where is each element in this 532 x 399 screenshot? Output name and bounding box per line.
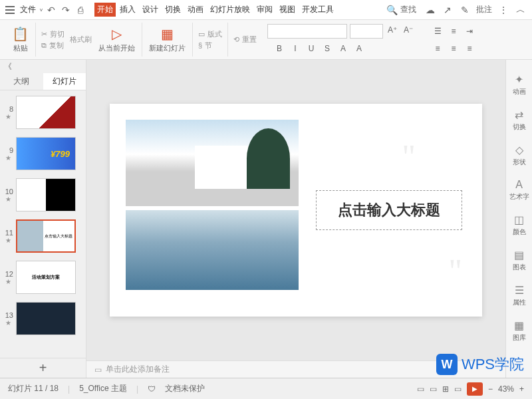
decrease-font-icon[interactable]: A⁻ [402,24,415,36]
font-family-dropdown[interactable] [267,24,347,39]
undo-icon[interactable]: ↶ [45,4,57,16]
align-left-icon[interactable]: ≡ [431,43,444,55]
play-icon[interactable]: ▷ [112,26,122,42]
tab-devtools[interactable]: 开发工具 [299,3,336,17]
rp-chart[interactable]: ▤图表 [513,249,526,272]
view-notes-icon[interactable]: ▭ [417,384,424,394]
section-icon: § [198,41,202,49]
rp-gallery[interactable]: ▦图库 [513,319,526,342]
slide-thumbnail-13[interactable] [16,302,76,335]
rp-color[interactable]: ◫颜色 [513,213,526,237]
slide-thumbnail-11[interactable]: 点击输入大标题 [16,219,76,253]
strike-button[interactable]: S [321,43,334,55]
tab-transition[interactable]: 切换 [162,3,184,17]
slide-image-1[interactable] [126,120,299,206]
animation-star-icon: ★ [5,237,11,244]
bullet-list-icon[interactable]: ☰ [431,25,444,37]
reset-button[interactable]: ⟲重置 [233,35,257,45]
slide-thumbnail-9[interactable] [16,137,76,170]
file-menu[interactable]: 文件 [20,4,36,15]
play-label: 从当前开始 [98,43,135,53]
title-placeholder[interactable]: 点击输入大标题 [316,190,462,230]
theme-name: 5_Office 主题 [79,383,127,394]
rp-transition[interactable]: ⇄切换 [513,108,526,132]
copy-button[interactable]: ⧉复制 [41,41,65,51]
animation-star-icon: ★ [5,278,11,285]
tab-view[interactable]: 视图 [277,3,298,17]
cloud-icon[interactable]: ☁ [424,4,436,16]
color-icon: ◫ [514,213,524,226]
italic-button[interactable]: I [289,43,302,55]
view-reading-icon[interactable]: ▭ [454,384,462,394]
title-text: 点击输入大标题 [338,200,440,220]
tab-slideshow[interactable]: 幻灯片放映 [207,3,253,17]
tab-home[interactable]: 开始 [94,3,116,17]
collapse-ribbon-icon[interactable]: ︿ [515,4,527,16]
font-color-button[interactable]: A [336,43,350,55]
new-slide-icon[interactable]: ▦ [161,26,174,42]
slide-thumbnail-8[interactable] [16,96,76,129]
animation-star-icon: ★ [5,196,11,203]
zoom-value[interactable]: 43% [498,384,514,394]
rp-shape[interactable]: ◇形状 [513,144,526,167]
paste-icon[interactable]: 📋 [12,26,29,42]
add-slide-button[interactable]: + [0,358,86,378]
annotate-label[interactable]: 批注 [476,4,492,15]
zoom-out-icon[interactable]: − [488,384,493,394]
slide-thumbnail-10[interactable] [16,178,76,211]
print-icon[interactable]: ⎙ [74,4,86,16]
view-sorter-icon[interactable]: ⊞ [442,384,449,394]
rp-animation[interactable]: ✦动画 [513,73,526,96]
share-icon[interactable]: ↗ [442,4,454,16]
hamburger-menu-icon[interactable] [5,6,15,14]
align-right-icon[interactable]: ≡ [463,43,476,55]
font-size-dropdown[interactable] [350,24,383,39]
watermark: W WPS学院 [436,354,524,375]
search-icon: 🔍 [386,5,398,15]
rp-property[interactable]: ☰属性 [513,284,526,307]
tab-review[interactable]: 审阅 [254,3,275,17]
section-button[interactable]: §节 [198,41,222,51]
number-list-icon[interactable]: ≡ [447,25,460,37]
shield-icon: 🛡 [148,384,156,394]
copy-icon: ⧉ [41,41,47,50]
slideshow-button[interactable]: ▶ [467,382,483,396]
annotate-icon[interactable]: ✎ [459,4,471,16]
indent-icon[interactable]: ⇥ [463,25,476,37]
status-bar: 幻灯片 11 / 18 | 5_Office 主题 | 🛡 文档未保护 ▭ ▭ … [0,378,532,399]
slides-tab[interactable]: 幻灯片 [43,73,86,90]
increase-font-icon[interactable]: A⁺ [386,24,399,36]
panel-collapse-icon[interactable]: 《 [4,61,12,72]
bold-button[interactable]: B [273,43,286,55]
search-label: 查找 [400,4,416,15]
notes-icon: ▭ [94,365,102,374]
animation-star-icon: ★ [5,154,11,162]
highlight-button[interactable]: A [352,43,366,55]
layout-button[interactable]: ▭版式 [198,29,222,39]
slides-panel: 《 大纲 幻灯片 8★ 9★ 10★ 11★点击输入大标题 12★活动策划方案 … [0,60,86,378]
rp-wordart[interactable]: A艺术字 [509,179,529,201]
slide-image-2[interactable] [126,210,299,290]
redo-icon[interactable]: ↷ [60,4,72,16]
animation-star-icon: ★ [5,113,11,120]
search-box[interactable]: 🔍 查找 [386,4,416,15]
chevron-down-icon: v [40,7,43,13]
thumb-number: 12 [3,270,13,278]
quote-decoration-icon: " [402,137,416,176]
wordart-icon: A [515,179,523,191]
cut-button[interactable]: ✂剪切 [41,29,65,39]
underline-button[interactable]: U [305,43,318,55]
shape-icon: ◇ [515,144,523,156]
tab-design[interactable]: 设计 [140,3,161,17]
view-normal-icon[interactable]: ▭ [430,384,437,394]
tab-insert[interactable]: 插入 [117,3,138,17]
slide-canvas[interactable]: " 点击输入大标题 " [110,104,482,317]
more-icon[interactable]: ⋮ [497,4,509,16]
align-center-icon[interactable]: ≡ [447,43,460,55]
zoom-in-icon[interactable]: + [519,384,524,394]
reset-icon: ⟲ [233,35,239,44]
outline-tab[interactable]: 大纲 [0,73,43,90]
format-painter-button[interactable]: 格式刷 [70,35,92,45]
tab-animation[interactable]: 动画 [185,3,206,17]
slide-thumbnail-12[interactable]: 活动策划方案 [16,261,76,294]
